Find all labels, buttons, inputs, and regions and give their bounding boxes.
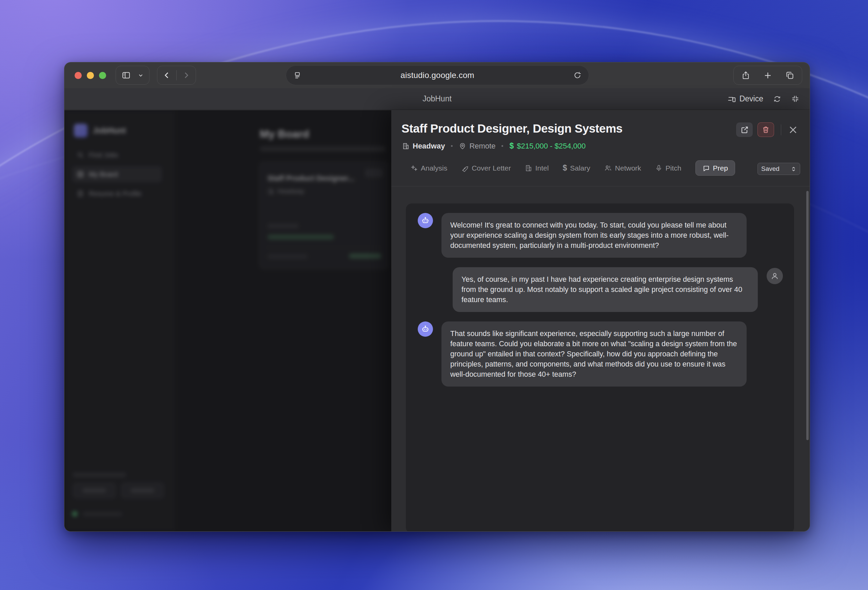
reload-icon[interactable]	[573, 71, 582, 80]
open-external-button[interactable]	[736, 122, 753, 137]
chat-messages: Welcome! It's great to connect with you …	[406, 213, 794, 386]
pen-icon	[461, 164, 469, 172]
ai-message-row: Welcome! It's great to connect with you …	[406, 213, 794, 258]
sparkles-icon	[410, 164, 418, 172]
person-icon	[771, 271, 779, 280]
people-icon	[604, 164, 612, 172]
status-select[interactable]: Saved	[757, 163, 800, 175]
back-button[interactable]	[157, 66, 176, 84]
dollar-icon: $	[509, 142, 514, 150]
message-bubble: That sounds like significant experience,…	[441, 322, 747, 386]
tab-overview-icon[interactable]	[780, 66, 800, 84]
traffic-lights	[75, 72, 106, 79]
robot-icon	[421, 216, 430, 225]
device-selector[interactable]: Device	[727, 94, 763, 103]
zoom-window-button[interactable]	[99, 72, 106, 79]
close-window-button[interactable]	[75, 72, 82, 79]
close-panel-button[interactable]	[788, 125, 798, 135]
browser-window: aistudio.google.com JobHunt D	[64, 62, 810, 532]
chat-bubble-icon	[703, 164, 710, 172]
chat-panel: Welcome! It's great to connect with you …	[406, 204, 794, 532]
device-label: Device	[740, 94, 763, 103]
app-preview-header: JobHunt Device	[64, 88, 810, 110]
tab-prep[interactable]: Prep	[695, 161, 735, 176]
message-bubble: Yes, of course, in my past I have had ex…	[453, 267, 758, 312]
tab-network[interactable]: Network	[604, 161, 641, 176]
refresh-preview-icon[interactable]	[773, 94, 782, 103]
dollar-icon: $	[562, 164, 567, 173]
salary-text: $215,000 - $254,000	[517, 142, 586, 150]
message-text: That sounds like significant experience,…	[450, 330, 737, 378]
sidebar-toggle-group	[116, 66, 149, 85]
reader-view-icon[interactable]	[293, 71, 302, 80]
chrome-right-buttons	[734, 66, 802, 85]
browser-toolbar: aistudio.google.com	[64, 62, 810, 88]
job-title: Staff Product Designer, Design Systems	[402, 122, 623, 135]
salary-text-wrap: $ $215,000 - $254,000	[509, 142, 586, 150]
microphone-icon	[655, 164, 663, 172]
tab-salary[interactable]: $ Salary	[562, 161, 590, 176]
minimize-window-button[interactable]	[87, 72, 94, 79]
location-text: Remote	[469, 142, 495, 150]
history-nav-group	[157, 66, 196, 85]
app-backdrop: JobHunt Find Jobs My Board	[64, 110, 391, 531]
message-bubble: Welcome! It's great to connect with you …	[441, 213, 747, 258]
company-name: Headway	[413, 142, 445, 150]
message-text: Welcome! It's great to connect with you …	[450, 221, 729, 249]
tab-cover-letter[interactable]: Cover Letter	[461, 161, 511, 176]
share-icon[interactable]	[736, 66, 756, 84]
device-icon	[727, 94, 736, 103]
ai-avatar	[418, 322, 433, 337]
url-text: aistudio.google.com	[302, 71, 573, 80]
new-tab-icon[interactable]	[758, 66, 778, 84]
sidebar-toggle-icon[interactable]	[116, 66, 136, 84]
modal-backdrop-overlay	[64, 110, 391, 531]
message-text: Yes, of course, in my past I have had ex…	[462, 275, 742, 304]
job-detail-panel: Staff Product Designer, Design Systems H…	[391, 110, 810, 531]
robot-icon	[421, 325, 430, 333]
tab-intel[interactable]: Intel	[525, 161, 549, 176]
chevron-down-icon[interactable]	[136, 66, 149, 84]
delete-job-button[interactable]	[757, 122, 774, 137]
job-meta: Headway Remote $ $215,000 - $254,000	[402, 142, 586, 150]
job-tabs: Analysis Cover Letter Intel $ Salary Net…	[410, 161, 735, 176]
app-content: JobHunt Find Jobs My Board	[64, 110, 810, 531]
select-chevrons-icon	[791, 166, 796, 172]
ai-message-row: That sounds like significant experience,…	[406, 322, 794, 386]
user-avatar	[767, 268, 783, 284]
company-icon	[402, 142, 410, 150]
job-actions	[736, 122, 798, 137]
fullscreen-icon[interactable]	[791, 94, 800, 103]
user-message-row: Yes, of course, in my past I have had ex…	[406, 267, 794, 312]
app-title: JobHunt	[64, 94, 810, 103]
tab-analysis[interactable]: Analysis	[410, 161, 447, 176]
ai-avatar	[418, 213, 433, 228]
building-icon	[525, 164, 532, 172]
address-bar[interactable]: aistudio.google.com	[286, 65, 589, 85]
scrollbar-thumb[interactable]	[806, 191, 809, 440]
tab-pitch[interactable]: Pitch	[655, 161, 682, 176]
status-select-value: Saved	[761, 165, 791, 173]
forward-button[interactable]	[177, 66, 196, 84]
location-pin-icon	[459, 142, 466, 150]
